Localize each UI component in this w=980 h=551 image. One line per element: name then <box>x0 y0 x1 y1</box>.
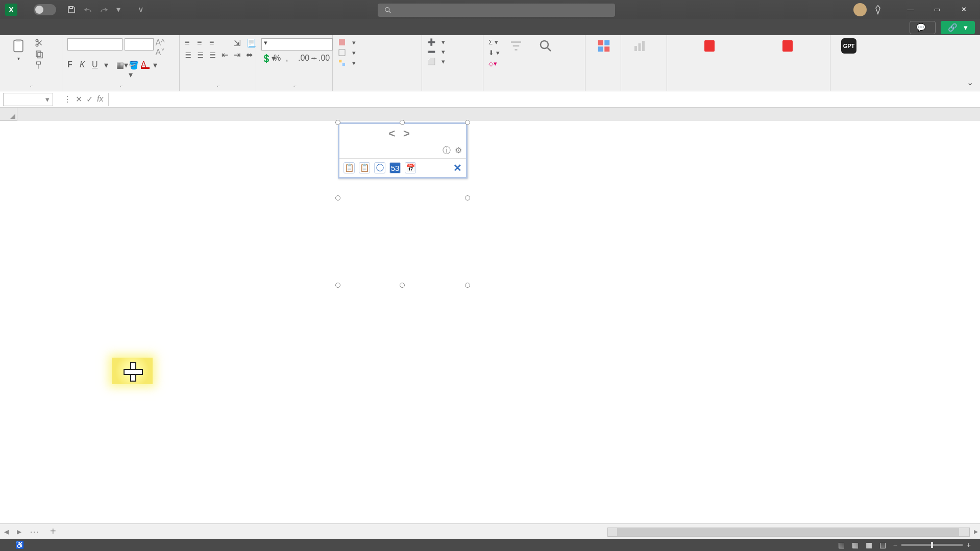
worksheet[interactable]: < > ⓘ ⚙ 📋 📋 ⓘ 53 📅 ✕ <box>0 108 980 527</box>
search-box[interactable] <box>378 4 615 17</box>
svg-point-12 <box>541 41 548 48</box>
svg-point-1 <box>385 8 389 12</box>
view-break[interactable]: ▤ <box>879 541 886 549</box>
ribbon: ▾ ⌐ A^ A˅ F K U ▾ ▦▾ 🪣▾ A▾ ⌐ <box>0 35 980 91</box>
formula-bar: ▾ ⋮✕✓fx <box>0 91 980 108</box>
svg-rect-15 <box>598 46 603 52</box>
h-scrollbar[interactable] <box>607 528 970 537</box>
delete-cells[interactable]: ➖ ▾ <box>427 48 445 56</box>
cal-tool-info[interactable]: ⓘ <box>374 162 385 173</box>
save-icon[interactable] <box>67 5 76 14</box>
italic-button[interactable]: K <box>80 60 88 69</box>
share-button[interactable]: 🔗 ▾ <box>941 21 975 34</box>
display-settings[interactable]: ▦ <box>838 541 845 549</box>
ribbon-tabs: 💬 🔗 ▾ <box>0 19 980 35</box>
format-cells[interactable]: ⬜ ▾ <box>427 58 445 65</box>
svg-rect-2 <box>14 40 23 52</box>
underline-button[interactable]: U <box>92 60 101 69</box>
svg-rect-13 <box>598 40 603 45</box>
svg-rect-20 <box>704 40 715 52</box>
merge-button[interactable]: ⬌ <box>246 50 255 59</box>
insert-cells[interactable]: ➕ ▾ <box>427 38 445 46</box>
cal-tool-4[interactable]: 📅 <box>405 162 416 173</box>
search-icon <box>384 6 392 14</box>
cal-tool-1[interactable]: 📋 <box>344 162 355 173</box>
cal-tool-2[interactable]: 📋 <box>359 162 370 173</box>
close-button[interactable]: ✕ <box>950 0 977 19</box>
zoom-slider[interactable] <box>901 544 963 546</box>
cell-styles[interactable]: ▾ <box>338 59 356 67</box>
font-size[interactable] <box>125 38 153 51</box>
svg-rect-18 <box>639 43 641 51</box>
svg-rect-6 <box>36 51 41 57</box>
wrap-button[interactable]: 📃 <box>246 38 255 47</box>
cal-settings-icon[interactable]: ⚙ <box>455 145 462 156</box>
formula-input[interactable] <box>108 93 980 106</box>
titlebar: X ▾ ∨ — ▭ ✕ <box>0 0 980 19</box>
autosave-toggle[interactable] <box>34 4 56 15</box>
data-analysis[interactable] <box>626 38 653 55</box>
find-select[interactable] <box>532 38 559 55</box>
name-box[interactable]: ▾ <box>3 93 53 106</box>
font-color-button[interactable]: A <box>141 60 150 69</box>
svg-rect-7 <box>38 53 42 58</box>
svg-rect-14 <box>604 40 609 45</box>
quick-access-toolbar: ▾ <box>63 5 120 14</box>
svg-rect-19 <box>642 41 645 51</box>
avatar[interactable] <box>853 3 867 16</box>
status-bar: ♿ ▦ ▦ ▥ ▤ − + <box>0 539 980 551</box>
cut-icon[interactable] <box>35 38 44 47</box>
bold-button[interactable]: F <box>67 60 76 69</box>
zoom-in[interactable]: + <box>967 541 971 549</box>
status-a11y[interactable]: ♿ <box>15 541 24 549</box>
conditional-formatting[interactable]: ▾ <box>338 38 356 46</box>
date-picker[interactable]: < > ⓘ ⚙ 📋 📋 ⓘ 53 📅 ✕ <box>338 122 468 179</box>
sheet-tabs: ◂ ▸ ⋯ + ▸ <box>0 523 980 539</box>
cal-help-icon[interactable]: ⓘ <box>443 145 451 156</box>
chatgpt-button[interactable]: GPT <box>836 38 862 55</box>
svg-rect-17 <box>634 46 637 51</box>
pdf-link[interactable] <box>672 38 747 55</box>
view-normal[interactable]: ▦ <box>852 541 859 549</box>
cal-next[interactable]: > <box>401 127 412 140</box>
cal-close[interactable]: ✕ <box>453 162 462 174</box>
border-button[interactable]: ▦▾ <box>116 60 125 69</box>
excel-icon: X <box>5 4 17 16</box>
minimize-button[interactable]: — <box>897 0 924 19</box>
redo-icon[interactable] <box>100 5 109 14</box>
tab-nav-prev[interactable]: ◂ <box>0 526 13 537</box>
number-format[interactable]: ▾ <box>261 38 333 51</box>
view-page[interactable]: ▥ <box>866 541 872 549</box>
format-painter-icon[interactable] <box>35 61 44 70</box>
diamond-icon[interactable] <box>873 5 883 15</box>
comments-button[interactable]: 💬 <box>910 21 936 34</box>
addins-button[interactable] <box>591 38 617 55</box>
sort-filter[interactable] <box>503 38 529 55</box>
format-as-table[interactable]: ▾ <box>338 48 356 57</box>
pdf-outlook[interactable] <box>750 38 825 55</box>
tab-nav-more[interactable]: ⋯ <box>26 526 43 537</box>
user-info[interactable] <box>847 0 883 19</box>
copy-icon[interactable] <box>35 49 44 59</box>
add-sheet[interactable]: + <box>43 525 63 537</box>
cal-tool-3[interactable]: 53 <box>389 162 401 173</box>
svg-rect-9 <box>339 49 345 56</box>
tab-nav-next[interactable]: ▸ <box>13 526 26 537</box>
font-family[interactable] <box>67 38 122 51</box>
zoom-out[interactable]: − <box>893 541 897 549</box>
svg-rect-11 <box>342 63 345 66</box>
maximize-button[interactable]: ▭ <box>924 0 950 19</box>
select-all-corner[interactable] <box>0 108 17 121</box>
cal-prev[interactable]: < <box>386 127 397 140</box>
svg-rect-10 <box>339 60 341 62</box>
cursor-crosshair <box>124 362 141 380</box>
svg-rect-16 <box>604 46 609 52</box>
paste-button[interactable]: ▾ <box>5 38 32 61</box>
svg-rect-8 <box>339 39 345 45</box>
collapse-ribbon[interactable]: ⌄ <box>967 78 977 88</box>
formula-buttons[interactable]: ⋮✕✓fx <box>63 94 103 104</box>
fill-color-button[interactable]: 🪣▾ <box>129 60 137 69</box>
svg-rect-21 <box>782 40 793 52</box>
svg-rect-0 <box>69 7 72 9</box>
undo-icon[interactable] <box>83 5 92 14</box>
